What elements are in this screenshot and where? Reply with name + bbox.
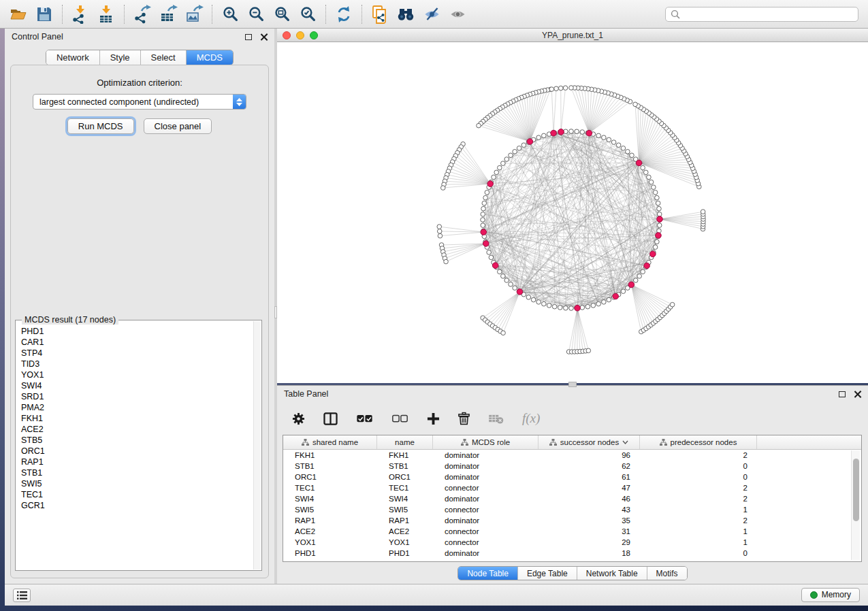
network-node[interactable] — [485, 191, 489, 195]
table-row[interactable]: SWI4 SWI4 dominator 46 2 — [283, 493, 861, 504]
network-node[interactable] — [641, 165, 645, 170]
network-node[interactable] — [509, 282, 513, 286]
column-header-mcds-role[interactable]: MCDS role — [433, 435, 539, 449]
network-node[interactable] — [531, 297, 536, 302]
network-node[interactable] — [498, 269, 502, 274]
list-item[interactable]: PHD1 — [21, 326, 261, 337]
result-scrollbar[interactable] — [253, 321, 261, 569]
list-item[interactable]: SWI4 — [21, 380, 261, 391]
network-node[interactable] — [657, 223, 662, 228]
close-panel-button[interactable]: Close panel — [144, 118, 212, 134]
tab-edge-table[interactable]: Edge Table — [518, 567, 577, 580]
network-node[interactable] — [504, 278, 509, 283]
search-input[interactable] — [681, 10, 844, 19]
network-node[interactable] — [596, 301, 601, 306]
table-row[interactable]: STB1 STB1 dominator 62 0 — [283, 461, 861, 472]
network-node[interactable] — [637, 274, 642, 279]
network-node[interactable] — [641, 269, 645, 274]
list-item[interactable]: TID3 — [21, 359, 261, 369]
network-node[interactable] — [633, 278, 638, 283]
open-file-button[interactable] — [5, 3, 31, 26]
network-node[interactable] — [633, 102, 638, 107]
network-hub-node[interactable] — [558, 129, 564, 135]
network-node[interactable] — [596, 133, 601, 138]
list-item[interactable]: TEC1 — [21, 489, 261, 500]
network-hub-node[interactable] — [551, 130, 557, 136]
network-canvas[interactable] — [277, 43, 868, 383]
network-hub-node[interactable] — [575, 305, 581, 311]
network-node[interactable] — [670, 302, 675, 307]
table-row[interactable]: RAP1 RAP1 dominator 35 2 — [283, 515, 861, 526]
tab-mcds[interactable]: MCDS — [187, 50, 233, 65]
table-row[interactable]: PHD1 PHD1 dominator 18 0 — [283, 548, 861, 559]
list-item[interactable]: STB1 — [21, 467, 261, 478]
network-node[interactable] — [602, 135, 607, 140]
network-node[interactable] — [481, 218, 485, 222]
close-panel-icon[interactable] — [854, 391, 861, 398]
network-node[interactable] — [536, 135, 541, 140]
list-item[interactable]: SRD1 — [21, 391, 261, 402]
list-item[interactable]: CAR1 — [21, 337, 261, 348]
export-network-button[interactable] — [129, 3, 155, 26]
network-hub-node[interactable] — [487, 181, 494, 187]
float-panel-icon[interactable] — [839, 391, 846, 397]
column-header-shared-name[interactable]: shared name — [283, 435, 377, 449]
network-node[interactable] — [481, 212, 485, 217]
network-node[interactable] — [542, 301, 547, 306]
network-node[interactable] — [630, 153, 634, 158]
network-node[interactable] — [569, 129, 574, 134]
network-node[interactable] — [437, 229, 442, 234]
network-node[interactable] — [652, 185, 656, 190]
network-node[interactable] — [438, 233, 443, 238]
network-node[interactable] — [643, 170, 648, 175]
network-node[interactable] — [580, 306, 585, 310]
list-item[interactable]: PMA2 — [21, 402, 261, 413]
tab-style[interactable]: Style — [100, 50, 141, 65]
save-session-button[interactable] — [31, 3, 57, 26]
network-node[interactable] — [585, 304, 590, 309]
tab-network-table[interactable]: Network Table — [577, 567, 647, 580]
network-node[interactable] — [564, 306, 568, 310]
network-node[interactable] — [563, 86, 568, 90]
table-scrollbar[interactable] — [851, 450, 860, 560]
network-node[interactable] — [575, 129, 579, 134]
table-row[interactable]: TEC1 TEC1 connector 47 2 — [283, 482, 861, 493]
table-scrollbar-thumb[interactable] — [853, 459, 859, 521]
network-node[interactable] — [616, 143, 621, 148]
tab-network[interactable]: Network — [46, 50, 100, 65]
network-node[interactable] — [489, 255, 494, 260]
network-graph[interactable] — [277, 43, 868, 383]
network-node[interactable] — [554, 86, 559, 91]
zoom-out-button[interactable] — [243, 3, 269, 26]
network-node[interactable] — [649, 180, 654, 184]
network-node[interactable] — [626, 150, 630, 154]
optimization-criterion-select[interactable]: largest connected component (undirected) — [33, 94, 246, 110]
tab-select[interactable]: Select — [141, 50, 187, 65]
network-hub-node[interactable] — [586, 130, 592, 136]
toggle-hide-button[interactable] — [419, 3, 445, 26]
table-row[interactable]: ORC1 ORC1 dominator 61 0 — [283, 472, 861, 482]
horizontal-splitter-handle[interactable] — [568, 382, 577, 387]
table-row[interactable]: FKH1 FKH1 dominator 96 2 — [283, 450, 861, 461]
network-node[interactable] — [501, 161, 506, 166]
network-node[interactable] — [526, 295, 531, 300]
network-node[interactable] — [547, 303, 551, 308]
network-node[interactable] — [504, 157, 509, 162]
network-node[interactable] — [487, 250, 492, 255]
network-hub-node[interactable] — [492, 263, 498, 269]
network-node[interactable] — [656, 201, 660, 205]
network-node[interactable] — [611, 140, 616, 145]
network-node[interactable] — [494, 170, 499, 175]
network-node[interactable] — [591, 303, 596, 308]
network-node[interactable] — [657, 206, 662, 211]
list-item[interactable]: STB5 — [21, 435, 261, 446]
network-window-titlebar[interactable]: YPA_prune.txt_1 — [277, 29, 868, 42]
network-node[interactable] — [549, 87, 554, 92]
network-node[interactable] — [586, 348, 591, 353]
column-header-name[interactable]: name — [377, 435, 433, 449]
table-row[interactable]: ACE2 ACE2 connector 31 1 — [283, 526, 861, 537]
column-header-predecessor-nodes[interactable]: predecessor nodes — [640, 435, 757, 449]
network-hub-node[interactable] — [628, 282, 634, 288]
network-hub-node[interactable] — [656, 233, 662, 239]
network-node[interactable] — [621, 146, 626, 151]
